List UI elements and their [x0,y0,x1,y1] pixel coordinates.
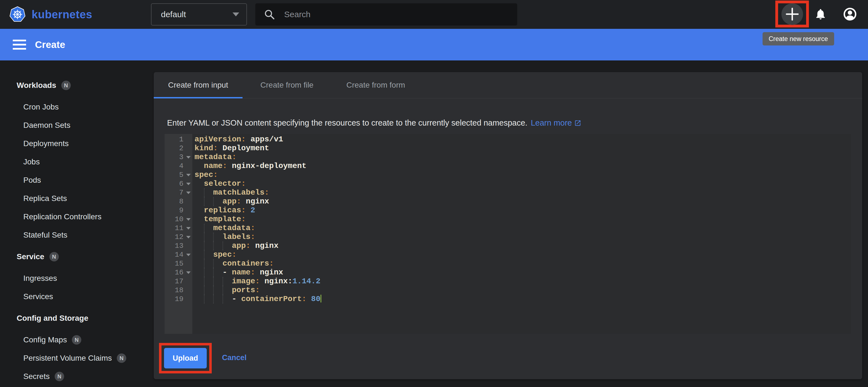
sidebar-item-label: Pods [0,176,41,185]
sidebar-item-label: Services [0,292,53,301]
indent-guide [213,233,214,242]
new-badge: N [55,372,64,381]
kubernetes-brand[interactable]: kubernetes [9,0,92,29]
indent-guide [213,277,214,286]
search-input[interactable] [284,9,512,20]
page-title: Create [35,39,65,50]
indent-guide [222,242,223,250]
indent-guide [222,286,223,295]
sidebar-item-ingresses[interactable]: Ingresses [0,269,154,287]
fold-caret-icon[interactable] [186,236,191,238]
line-number: 11 [164,224,192,233]
sidebar-item-persistent-volume-claims[interactable]: Persistent Volume ClaimsN [0,349,154,367]
fold-caret-icon[interactable] [186,254,191,256]
yaml-editor[interactable]: 1apiVersion: apps/v12kind: Deployment3me… [164,134,851,334]
tab-create-from-file[interactable]: Create from file [243,72,331,98]
line-number: 14 [164,250,192,259]
code-text: containers: [192,259,274,268]
code-line: 4 name: nginx-deployment [164,162,851,171]
sidebar: WorkloadsNCron JobsDaemon SetsDeployment… [0,61,154,387]
code-text: image: nginx:1.14.2 [192,277,320,286]
chevron-down-icon [232,12,239,16]
code-line: 17 image: nginx:1.14.2 [164,277,851,286]
tab-bar: Create from inputCreate from fileCreate … [154,72,862,98]
search-icon [264,9,275,20]
indent-guide [204,286,205,295]
sidebar-item-label: Jobs [0,157,40,166]
fold-caret-icon[interactable] [186,227,191,230]
code-line: 3metadata: [164,153,851,162]
sidebar-section-config-and-storage[interactable]: Config and Storage [0,309,154,327]
indent-guide [213,286,214,295]
sidebar-item-label: Cron Jobs [0,103,59,111]
code-text: ports: [192,286,260,295]
code-text: app: nginx [192,242,278,250]
indent-guide [204,242,205,250]
sidebar-item-replication-controllers[interactable]: Replication Controllers [0,208,154,226]
code-text: metadata: [192,153,237,162]
tab-create-from-input[interactable]: Create from input [154,72,243,98]
bell-icon [814,8,827,21]
create-new-resource-button[interactable] [781,3,803,25]
new-badge: N [61,81,71,90]
line-number: 17 [164,277,192,286]
indent-guide [204,295,205,304]
indent-guide [204,277,205,286]
fold-caret-icon[interactable] [186,156,191,159]
sidebar-item-label: Secrets [0,372,50,381]
code-line: 8 app: nginx [164,197,851,206]
sidebar-item-label: Daemon Sets [0,121,70,130]
fold-caret-icon[interactable] [186,218,191,221]
search-bar[interactable] [255,3,517,26]
fold-caret-icon[interactable] [186,183,191,185]
sidebar-section-workloads[interactable]: WorkloadsN [0,76,154,95]
indent-guide [204,188,205,197]
sidebar-item-cron-jobs[interactable]: Cron Jobs [0,98,154,116]
upload-button[interactable]: Upload [164,348,207,368]
sidebar-item-jobs[interactable]: Jobs [0,153,154,171]
namespace-selector[interactable]: default [151,3,247,26]
sidebar-item-services[interactable]: Services [0,287,154,306]
sidebar-item-deployments[interactable]: Deployments [0,135,154,153]
indent-guide [204,268,205,277]
code-line: 11 metadata: [164,224,851,233]
sidebar-item-daemon-sets[interactable]: Daemon Sets [0,116,154,135]
line-number: 8 [164,197,192,206]
namespace-value: default [161,10,186,19]
fold-caret-icon[interactable] [186,191,191,194]
sidebar-item-config-maps[interactable]: Config MapsN [0,331,154,349]
learn-more-link[interactable]: Learn more [531,118,581,128]
create-tooltip: Create new resource [763,32,834,45]
sidebar-item-stateful-sets[interactable]: Stateful Sets [0,226,154,244]
indent-guide [222,277,223,286]
sidebar-section-label: Workloads [0,81,56,90]
fold-caret-icon[interactable] [186,174,191,176]
code-text: spec: [192,171,218,179]
line-number: 19 [164,295,192,304]
indent-guide [213,295,214,304]
tab-create-from-form[interactable]: Create from form [331,72,420,98]
notifications-button[interactable] [814,8,827,21]
code-line: 2kind: Deployment [164,144,851,153]
indent-guide [204,259,205,268]
code-line: 13 app: nginx [164,242,851,250]
sidebar-item-replica-sets[interactable]: Replica Sets [0,189,154,208]
account-button[interactable] [844,8,856,21]
line-number: 4 [164,162,192,171]
indent-guide [213,197,214,206]
cancel-button[interactable]: Cancel [220,347,248,368]
new-badge: N [72,335,81,345]
fold-caret-icon[interactable] [186,271,191,274]
menu-button[interactable] [13,40,26,49]
new-badge: N [117,353,126,363]
sidebar-item-label: Config Maps [0,336,67,344]
code-text: replicas: 2 [192,206,255,215]
line-number: 1 [164,135,192,144]
sidebar-item-pods[interactable]: Pods [0,171,154,189]
code-line: 9 replicas: 2 [164,206,851,215]
code-line: 15 containers: [164,259,851,268]
app-bar: Create [0,29,868,61]
sidebar-item-secrets[interactable]: SecretsN [0,367,154,386]
sidebar-section-service[interactable]: ServiceN [0,248,154,266]
line-number: 3 [164,153,192,162]
